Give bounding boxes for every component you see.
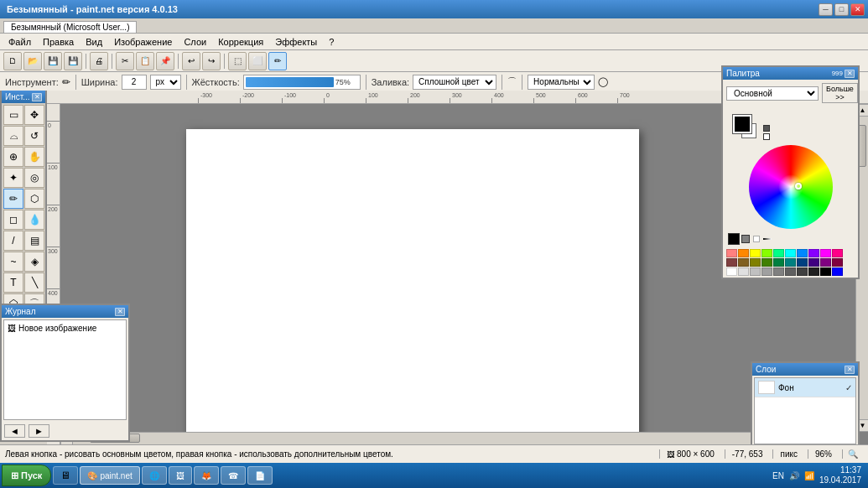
- blend-dropdown[interactable]: Нормальный: [528, 75, 595, 90]
- palette-cell[interactable]: [785, 267, 796, 276]
- tool-lasso[interactable]: ⌓: [3, 126, 23, 146]
- palette-cell[interactable]: [808, 267, 819, 276]
- tool-paintbucket[interactable]: ⬡: [24, 189, 44, 209]
- lang-indicator[interactable]: EN: [772, 471, 784, 480]
- taskbar-show-desktop[interactable]: 🖥: [53, 466, 78, 485]
- tool-dropper[interactable]: 💧: [24, 210, 44, 230]
- layer-visible-check[interactable]: ✓: [845, 383, 852, 392]
- redo-btn[interactable]: ↪: [202, 52, 221, 70]
- color-wheel-wrap[interactable]: [749, 145, 833, 229]
- tool-text2[interactable]: ╲: [24, 273, 44, 293]
- fg-swatch[interactable]: [733, 115, 751, 133]
- palette-cell[interactable]: [820, 267, 831, 276]
- palette-cell[interactable]: [738, 258, 749, 267]
- tool-clone[interactable]: ◎: [24, 168, 44, 188]
- palette-cell[interactable]: [773, 267, 784, 276]
- palette-close[interactable]: ✕: [845, 70, 855, 78]
- layers-title[interactable]: Слои ✕: [752, 363, 858, 376]
- width-input[interactable]: [122, 75, 147, 90]
- menu-correction[interactable]: Коррекция: [213, 35, 268, 49]
- tool-smudge[interactable]: ~: [3, 252, 23, 272]
- palette-cell[interactable]: [773, 249, 784, 257]
- taskbar-paintnet[interactable]: 🎨 paint.net: [80, 466, 139, 485]
- color-wheel[interactable]: [749, 145, 833, 229]
- tool-recolor[interactable]: ↺: [24, 126, 44, 146]
- close-btn[interactable]: ✕: [850, 3, 865, 16]
- tool-zoom-in[interactable]: ⊕: [3, 147, 23, 167]
- copy-btn[interactable]: 📋: [136, 52, 154, 70]
- start-button[interactable]: ⊞ Пуск: [2, 465, 51, 486]
- open-btn[interactable]: 📂: [23, 52, 42, 70]
- fill-dropdown[interactable]: Сплошной цвет: [413, 75, 496, 90]
- undo-btn[interactable]: ↩: [182, 52, 200, 70]
- palette-cell[interactable]: [797, 258, 808, 267]
- palette-cell[interactable]: [726, 258, 737, 267]
- palette-cell[interactable]: [785, 249, 796, 257]
- palette-cell[interactable]: [750, 267, 761, 276]
- taskbar-paint[interactable]: 🖼: [169, 466, 192, 485]
- palette-cell[interactable]: [785, 258, 796, 267]
- toolbox-title[interactable]: Инст... ✕: [2, 91, 45, 103]
- cut-btn[interactable]: ✂: [116, 52, 134, 70]
- tool-magic-wand[interactable]: ✦: [3, 168, 23, 188]
- menu-edit[interactable]: Правка: [38, 35, 79, 49]
- menu-effects[interactable]: Эффекты: [270, 35, 322, 49]
- taskbar-skype[interactable]: ☎: [221, 466, 246, 485]
- deselect-btn[interactable]: ⬚: [228, 52, 247, 70]
- palette-cell[interactable]: [750, 258, 761, 267]
- palette-cell[interactable]: [726, 267, 737, 276]
- taskbar-firefox[interactable]: 🦊: [194, 466, 219, 485]
- taskbar-ie[interactable]: 🌐: [142, 466, 167, 485]
- paste-btn[interactable]: 📌: [156, 52, 174, 70]
- taskbar-word[interactable]: 📄: [247, 466, 273, 485]
- journal-forward-btn[interactable]: ►: [29, 424, 49, 438]
- palette-cell[interactable]: [820, 258, 831, 267]
- tool-select-rect[interactable]: ▭: [3, 105, 23, 125]
- tool-text[interactable]: T: [3, 273, 23, 293]
- palette-cell[interactable]: [832, 249, 843, 257]
- swatch-black[interactable]: [728, 233, 740, 245]
- layer-item-background[interactable]: Фон ✓: [755, 378, 855, 397]
- palette-cell[interactable]: [761, 267, 772, 276]
- tool-gradient[interactable]: ▤: [24, 231, 44, 251]
- select-all-btn[interactable]: ⬜: [248, 52, 267, 70]
- journal-back-btn[interactable]: ◄: [4, 424, 25, 438]
- minimize-btn[interactable]: ─: [819, 3, 833, 16]
- palette-cell[interactable]: [761, 249, 772, 257]
- menu-view[interactable]: Вид: [81, 35, 107, 49]
- tray-clock[interactable]: 11:37 19.04.2017: [819, 465, 861, 485]
- doc-tab[interactable]: Безымянный (Microsoft User...): [3, 21, 137, 33]
- palette-more-btn[interactable]: Больше >>: [822, 83, 858, 103]
- palette-cell[interactable]: [738, 267, 749, 276]
- toolbox-close[interactable]: ✕: [32, 93, 42, 101]
- menu-file[interactable]: Файл: [3, 35, 36, 49]
- tool-brush[interactable]: /: [3, 231, 23, 251]
- palette-header[interactable]: Палитра 999 ✕: [723, 67, 858, 80]
- scrollbar-horizontal[interactable]: ◄ ►: [60, 432, 855, 444]
- swatch-gray[interactable]: [741, 235, 750, 243]
- swatch-white-small[interactable]: [753, 236, 760, 242]
- maximize-btn[interactable]: □: [834, 3, 849, 16]
- palette-cell[interactable]: [832, 267, 843, 276]
- menu-image[interactable]: Изображение: [109, 35, 177, 49]
- layers-close[interactable]: ✕: [845, 366, 855, 374]
- save-btn[interactable]: 💾: [44, 52, 62, 70]
- canvas-document[interactable]: [186, 129, 639, 444]
- tool-move[interactable]: ✥: [24, 105, 44, 125]
- tool-pan[interactable]: ✋: [24, 147, 44, 167]
- menu-help[interactable]: ?: [324, 35, 339, 49]
- tool-eraser[interactable]: ◻: [3, 210, 23, 230]
- save-as-btn[interactable]: 💾: [64, 52, 82, 70]
- menu-layers[interactable]: Слои: [179, 35, 211, 49]
- palette-mode-dropdown[interactable]: Основной Дополнительный: [726, 86, 819, 101]
- color-wheel-container[interactable]: [723, 143, 858, 231]
- tool-pencil[interactable]: ✏: [3, 189, 23, 209]
- palette-cell[interactable]: [820, 249, 831, 257]
- palette-cell[interactable]: [808, 249, 819, 257]
- tool-sharpen[interactable]: ◈: [24, 252, 44, 272]
- palette-cell[interactable]: [832, 258, 843, 267]
- journal-close[interactable]: ✕: [115, 308, 125, 316]
- new-btn[interactable]: 🗋: [3, 52, 22, 70]
- palette-cell[interactable]: [738, 249, 749, 257]
- journal-title[interactable]: Журнал ✕: [2, 305, 128, 318]
